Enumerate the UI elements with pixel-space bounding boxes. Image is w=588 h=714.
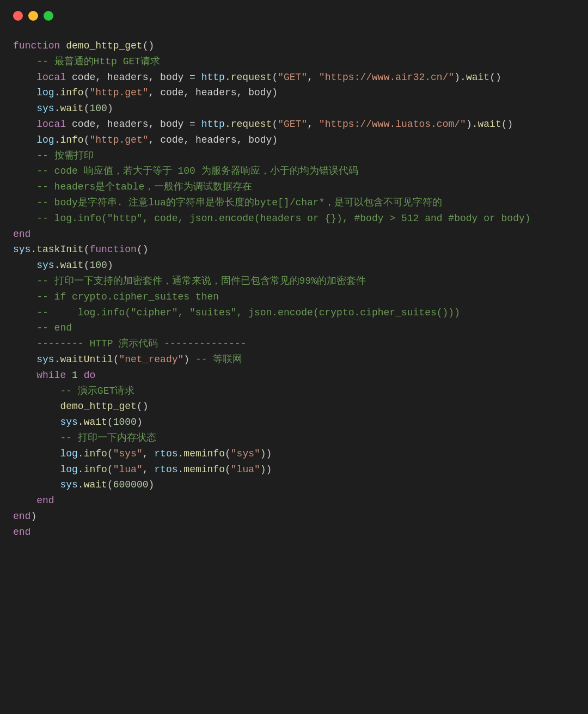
minimize-button[interactable] [28,11,38,21]
maximize-button[interactable] [44,11,53,21]
title-bar [13,11,575,21]
code-editor: function demo_http_get() -- 最普通的Http GET… [13,38,575,540]
close-button[interactable] [13,11,23,21]
